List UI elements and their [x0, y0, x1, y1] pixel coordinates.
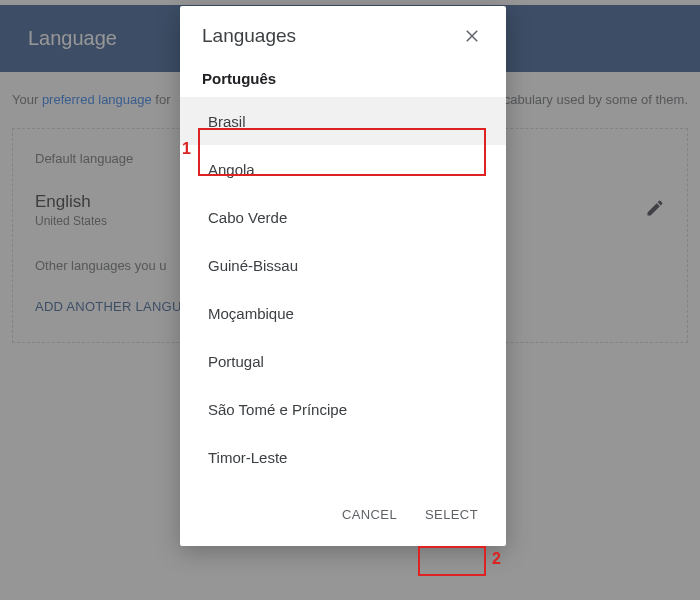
select-button[interactable]: SELECT: [415, 501, 488, 528]
country-option-cabo-verde[interactable]: Cabo Verde: [180, 193, 506, 241]
country-option-sao-tome[interactable]: São Tomé e Príncipe: [180, 385, 506, 433]
country-option-portugal[interactable]: Portugal: [180, 337, 506, 385]
close-icon: [463, 27, 481, 45]
close-button[interactable]: [460, 24, 484, 48]
country-option-brasil[interactable]: Brasil: [180, 97, 506, 145]
country-option-angola[interactable]: Angola: [180, 145, 506, 193]
country-option-timor-leste[interactable]: Timor-Leste: [180, 433, 506, 481]
annotation-number-1: 1: [182, 140, 191, 158]
dialog-actions: CANCEL SELECT: [180, 487, 506, 546]
annotation-number-2: 2: [492, 550, 501, 568]
cancel-button[interactable]: CANCEL: [332, 501, 407, 528]
languages-dialog: Languages Português Brasil Angola Cabo V…: [180, 6, 506, 546]
dialog-language-group: Português: [180, 54, 506, 97]
country-option-guine-bissau[interactable]: Guiné-Bissau: [180, 241, 506, 289]
dialog-title: Languages: [202, 25, 296, 47]
country-option-list: Brasil Angola Cabo Verde Guiné-Bissau Mo…: [180, 97, 506, 487]
country-option-mocambique[interactable]: Moçambique: [180, 289, 506, 337]
dialog-header: Languages: [180, 6, 506, 54]
